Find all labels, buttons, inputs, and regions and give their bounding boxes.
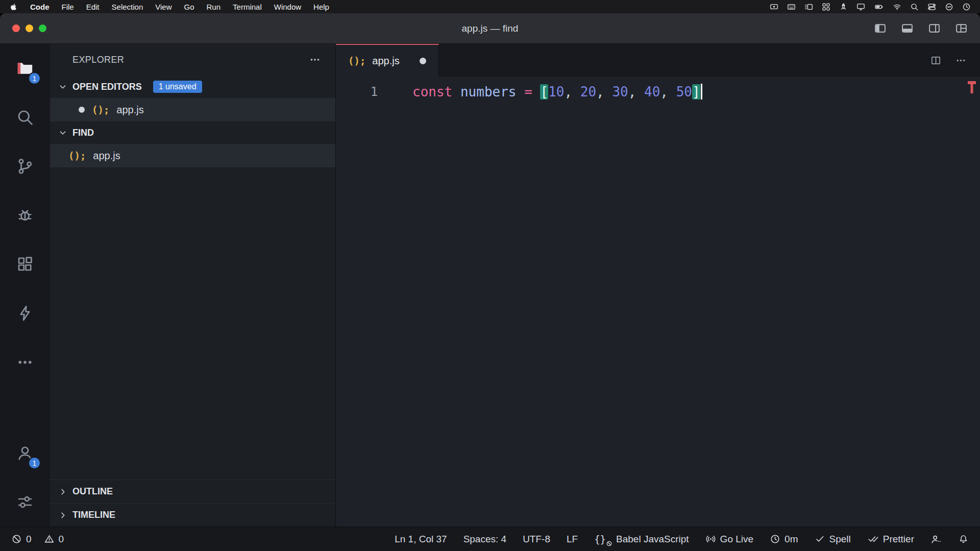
outline-label: OUTLINE: [72, 486, 113, 497]
language-mode[interactable]: {} Babel JavaScript: [594, 534, 689, 545]
code-token: [517, 84, 525, 99]
broadcast-icon: [705, 534, 716, 544]
more-actions-icon[interactable]: [309, 54, 321, 66]
bell-icon: [958, 534, 969, 544]
menu-item-selection[interactable]: Selection: [112, 3, 143, 11]
more-actions-icon[interactable]: [955, 55, 967, 66]
wifi-icon[interactable]: [893, 3, 901, 11]
app-grid-icon[interactable]: [822, 3, 830, 11]
menu-item-terminal[interactable]: Terminal: [233, 3, 262, 11]
errors-count: 0: [26, 534, 32, 545]
section-folder-find[interactable]: FIND: [50, 121, 335, 144]
indentation[interactable]: Spaces: 4: [463, 534, 507, 545]
time-tracker[interactable]: 0m: [770, 534, 798, 545]
encoding[interactable]: UTF-8: [523, 534, 550, 545]
stage-manager-icon[interactable]: [804, 3, 813, 11]
cursor-position-label: Ln 1, Col 37: [395, 534, 447, 545]
remote-user[interactable]: [930, 534, 942, 545]
siri-icon[interactable]: [945, 3, 953, 11]
file-name: app.js: [116, 104, 143, 116]
menu-item-view[interactable]: View: [155, 3, 172, 11]
toggle-secondary-sidebar-icon[interactable]: [928, 22, 941, 35]
line-number-gutter[interactable]: 1: [336, 82, 412, 102]
screen-recording-icon[interactable]: [770, 3, 778, 11]
prettier-label: Prettier: [883, 534, 914, 545]
cursor-position[interactable]: Ln 1, Col 37: [395, 534, 447, 545]
error-circle-slash-icon: [11, 534, 22, 544]
code-token: =: [524, 84, 532, 99]
warning-triangle-icon: [44, 534, 55, 544]
zoom-window-button[interactable]: [39, 24, 46, 32]
code-row: 1 const numbers = [10, 20, 30, 40, 50]: [336, 77, 980, 102]
prettier[interactable]: Prettier: [867, 534, 914, 545]
go-live[interactable]: Go Live: [705, 534, 753, 545]
activity-thunder-client[interactable]: [0, 289, 50, 338]
spell-checker[interactable]: Spell: [815, 534, 851, 545]
menu-item-help[interactable]: Help: [313, 3, 329, 11]
split-editor-icon[interactable]: [930, 55, 942, 66]
code-token: [532, 84, 541, 99]
rocket-icon[interactable]: [839, 3, 848, 11]
tab-bar: (); app.js: [336, 44, 980, 77]
minimize-window-button[interactable]: [26, 24, 33, 32]
modified-indicator-icon[interactable]: [420, 58, 426, 64]
ellipsis-icon: [16, 353, 34, 371]
editor-actions: [930, 55, 980, 66]
problems-errors[interactable]: 0: [11, 534, 32, 545]
code-token: [452, 84, 460, 99]
activity-settings[interactable]: [0, 478, 50, 527]
display-icon[interactable]: [856, 3, 865, 11]
activity-search[interactable]: [0, 93, 50, 142]
section-timeline[interactable]: TIMELINE: [50, 503, 335, 527]
activity-more[interactable]: [0, 338, 50, 387]
code-token: 50: [676, 84, 692, 99]
battery-icon[interactable]: [874, 3, 884, 11]
tab-app-js[interactable]: (); app.js: [336, 44, 439, 77]
activity-source-control[interactable]: [0, 142, 50, 191]
code-token: 40: [644, 84, 660, 99]
menu-item-go[interactable]: Go: [184, 3, 194, 11]
editor[interactable]: 1 const numbers = [10, 20, 30, 40, 50]: [336, 77, 980, 527]
status-bar: 0 0 Ln 1, Col 37 Spaces: 4 UTF-8 LF: [0, 527, 980, 551]
open-editor-item-appjs[interactable]: (); app.js: [50, 98, 335, 121]
macos-menubar: CodeFileEditSelectionViewGoRunTerminalWi…: [0, 0, 980, 13]
menu-item-run[interactable]: Run: [207, 3, 221, 11]
customize-layout-icon[interactable]: [955, 22, 968, 35]
toggle-panel-icon[interactable]: [901, 22, 914, 35]
toggle-primary-sidebar-icon[interactable]: [874, 22, 887, 35]
menu-item-code[interactable]: Code: [30, 3, 50, 11]
menubar-status-icons: [770, 3, 971, 11]
code-token: ,: [660, 84, 676, 99]
extensions-icon: [16, 255, 34, 273]
apple-menu[interactable]: [9, 3, 18, 11]
keyboard-icon[interactable]: [787, 3, 796, 11]
activity-extensions[interactable]: [0, 240, 50, 289]
eol-sequence[interactable]: LF: [567, 534, 578, 545]
activity-explorer[interactable]: 1: [0, 44, 50, 93]
open-editors-label: OPEN EDITORS: [72, 82, 142, 92]
notifications[interactable]: [958, 534, 969, 544]
problems-warnings[interactable]: 0: [44, 534, 64, 545]
clock-menubar-icon[interactable]: [962, 3, 971, 11]
tab-label: app.js: [372, 55, 399, 67]
spell-label: Spell: [829, 534, 851, 545]
menu-item-window[interactable]: Window: [274, 3, 301, 11]
menu-items: CodeFileEditSelectionViewGoRunTerminalWi…: [30, 3, 329, 11]
close-window-button[interactable]: [12, 24, 20, 32]
control-center-icon[interactable]: [927, 3, 936, 11]
chevron-right-icon: [57, 510, 68, 521]
indentation-label: Spaces: 4: [463, 534, 507, 545]
activity-accounts[interactable]: 1: [0, 429, 50, 478]
section-open-editors[interactable]: OPEN EDITORS 1 unsaved: [50, 76, 335, 98]
editor-group: (); app.js 1 const numbers = [10, 20, 30…: [336, 44, 980, 527]
minimap[interactable]: [965, 77, 980, 527]
source-control-icon: [16, 157, 34, 176]
tree-item-appjs[interactable]: (); app.js: [50, 144, 335, 167]
menu-item-edit[interactable]: Edit: [86, 3, 100, 11]
window-title: app.js — find: [462, 23, 519, 34]
section-outline[interactable]: OUTLINE: [50, 480, 335, 503]
spotlight-icon[interactable]: [910, 3, 919, 11]
activity-run-debug[interactable]: [0, 191, 50, 240]
menu-item-file[interactable]: File: [62, 3, 74, 11]
code-token: 30: [612, 84, 628, 99]
